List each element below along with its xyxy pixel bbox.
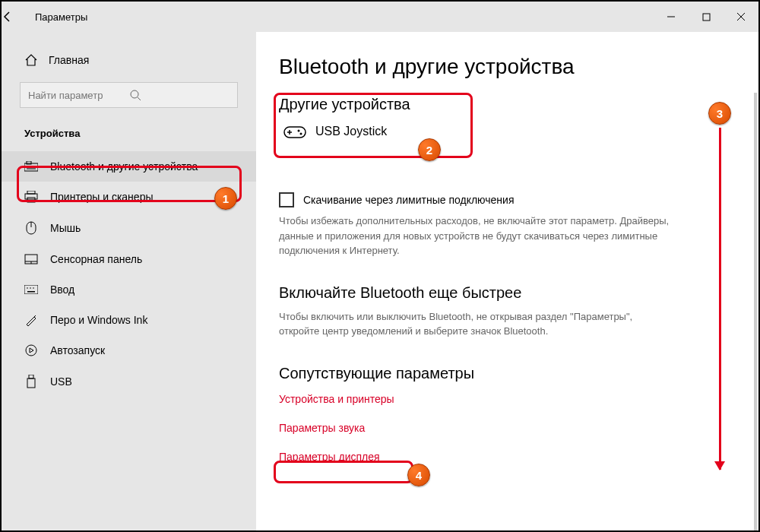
close-button[interactable] [724,2,758,32]
back-button[interactable] [2,11,35,23]
sidebar-item-pen[interactable]: Перо и Windows Ink [2,305,256,335]
annotation-badge-1: 1 [214,187,237,210]
other-devices-heading: Другие устройства [279,96,736,113]
home-label: Главная [49,54,89,66]
pen-icon [24,314,38,326]
svg-point-2 [131,90,138,98]
touchpad-icon [24,254,38,264]
home-link[interactable]: Главная [2,47,256,73]
content-pane: Bluetooth и другие устройства Другие уст… [256,32,758,530]
svg-rect-20 [27,291,35,293]
metered-help: Чтобы избежать дополнительных расходов, … [279,214,674,258]
svg-rect-8 [27,191,35,194]
gamepad-icon [283,124,305,139]
search-icon [129,89,230,101]
link-sound[interactable]: Параметры звука [279,419,736,437]
svg-point-19 [33,287,34,289]
checkbox-icon[interactable] [279,192,294,207]
nav-label: Ввод [50,283,74,296]
keyboard-icon [24,161,38,172]
device-name: USB Joystick [315,125,387,138]
nav-label: Сенсорная панель [50,253,142,265]
sidebar-item-bluetooth[interactable]: Bluetooth и другие устройства [2,151,256,182]
metered-checkbox-row[interactable]: Скачивание через лимитные подключения [279,192,736,207]
annotation-badge-4: 4 [407,464,430,486]
svg-point-28 [300,133,302,135]
nav-label: Мышь [50,222,81,234]
window-title: Параметры [35,11,654,23]
usb-icon [24,375,38,388]
annotation-badge-3: 3 [708,102,731,125]
home-icon [24,53,38,67]
sidebar-item-autoplay[interactable]: Автозапуск [2,335,256,366]
metered-label: Скачивание через лимитные подключения [303,194,514,206]
sidebar-section: Устройства [2,122,256,151]
svg-rect-10 [27,198,35,202]
link-display[interactable]: Параметры дисплея [279,448,736,466]
minimize-button[interactable] [654,2,689,32]
svg-rect-9 [25,194,37,199]
sidebar-item-usb[interactable]: USB [2,366,256,397]
svg-line-3 [138,97,141,100]
search-input[interactable]: Найти параметр [20,82,238,108]
svg-point-27 [298,130,300,132]
typing-icon [24,285,38,294]
sidebar-nav: Bluetooth и другие устройства Принтеры и… [2,151,256,397]
svg-rect-23 [27,378,35,388]
svg-point-21 [26,345,36,356]
autoplay-icon [24,344,38,356]
printer-icon [24,191,38,203]
maximize-button[interactable] [689,2,724,32]
svg-rect-1 [703,14,710,21]
related-heading: Сопутствующие параметры [279,365,736,382]
scrollbar[interactable] [754,93,757,530]
titlebar: Параметры [2,2,758,32]
sidebar-item-mouse[interactable]: Мышь [2,212,256,244]
svg-rect-16 [24,285,38,294]
faster-help: Чтобы включить или выключить Bluetooth, … [279,309,674,339]
sidebar: Главная Найти параметр Устройства Blueto… [2,32,256,530]
nav-label: Принтеры и сканеры [50,191,153,203]
annotation-badge-2: 2 [418,138,441,161]
svg-rect-22 [29,375,33,378]
mouse-icon [24,221,38,235]
faster-heading: Включайте Bluetooth еще быстрее [279,284,736,302]
page-title: Bluetooth и другие устройства [279,55,736,79]
nav-label: Bluetooth и другие устройства [50,160,198,173]
svg-point-18 [30,287,31,289]
settings-window: Параметры Главная Найти параметр [0,0,760,532]
annotation-arrow [719,128,721,470]
sidebar-item-touchpad[interactable]: Сенсорная панель [2,244,256,274]
search-placeholder: Найти параметр [28,90,129,101]
device-item[interactable]: USB Joystick [279,121,736,147]
nav-label: USB [50,375,72,388]
window-controls [654,2,758,32]
link-devices-printers[interactable]: Устройства и принтеры [279,390,736,408]
sidebar-item-typing[interactable]: Ввод [2,274,256,305]
nav-label: Автозапуск [50,344,105,356]
nav-label: Перо и Windows Ink [50,314,147,326]
svg-point-17 [27,287,28,289]
